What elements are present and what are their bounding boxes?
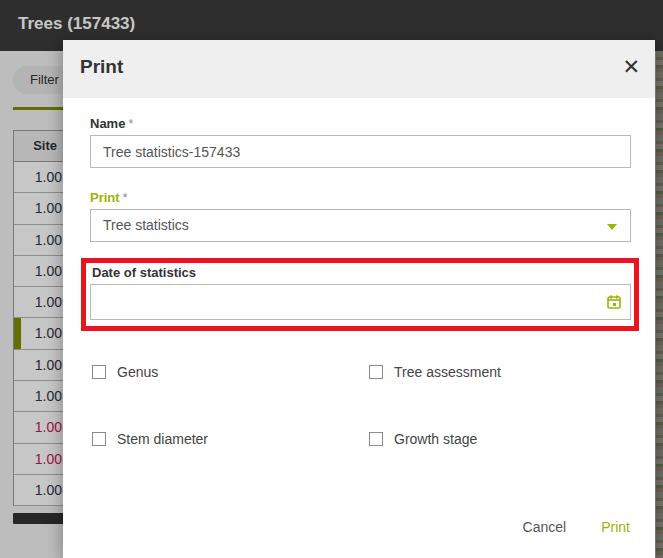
app-window: Trees (157433) Filter Site 1.00 1.00 <box>0 0 663 558</box>
name-input[interactable] <box>90 135 631 168</box>
checkbox[interactable] <box>369 365 383 379</box>
close-icon[interactable]: ✕ <box>622 54 640 79</box>
chevron-down-icon <box>607 224 617 230</box>
calendar-icon[interactable] <box>607 295 621 309</box>
date-field <box>90 284 631 320</box>
print-select[interactable]: Tree statistics <box>90 209 631 242</box>
print-button[interactable]: Print <box>601 519 630 535</box>
print-dialog: Print ✕ Name* Print* Tree statistics Dat… <box>63 40 655 558</box>
print-dialog-header: Print ✕ <box>63 40 655 98</box>
checkbox-item[interactable]: Growth stage <box>369 431 646 447</box>
date-field-label: Date of statistics <box>92 265 196 280</box>
print-select-value: Tree statistics <box>91 210 630 241</box>
checkbox-item[interactable]: Stem diameter <box>92 431 369 447</box>
checkbox-label: Stem diameter <box>117 431 208 447</box>
cancel-button[interactable]: Cancel <box>523 519 567 535</box>
name-field-label: Name* <box>90 116 133 131</box>
print-field-label: Print* <box>90 190 127 205</box>
required-mark: * <box>123 191 128 205</box>
required-mark: * <box>128 117 133 131</box>
checkbox[interactable] <box>92 432 106 446</box>
checkbox[interactable] <box>369 432 383 446</box>
checkbox[interactable] <box>92 365 106 379</box>
checkbox-label: Genus <box>117 364 158 380</box>
dialog-actions: Cancel Print <box>523 519 630 535</box>
checkbox-label: Tree assessment <box>394 364 501 380</box>
dialog-title: Print <box>80 56 123 78</box>
checkbox-item[interactable]: Genus <box>92 364 369 380</box>
checkbox-label: Growth stage <box>394 431 477 447</box>
options-checkbox-group: Genus Tree assessment Stem diameter Grow… <box>92 364 646 447</box>
date-input[interactable] <box>90 284 631 320</box>
checkbox-item[interactable]: Tree assessment <box>369 364 646 380</box>
